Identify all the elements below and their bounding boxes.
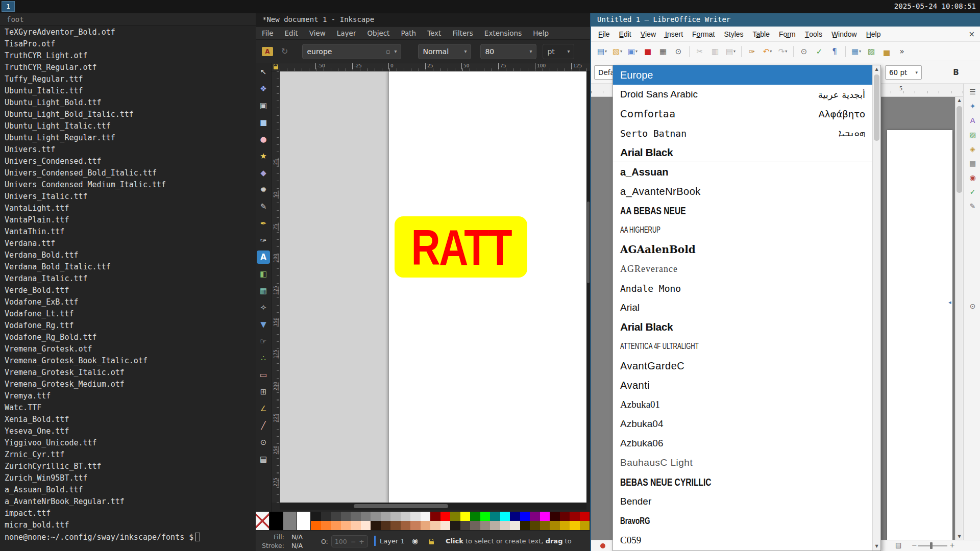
palette-swatch[interactable] — [460, 512, 471, 521]
menu-item[interactable]: E̲dit — [619, 30, 631, 38]
undo-button[interactable]: ↶ ▾ — [761, 45, 774, 58]
stroke-value[interactable]: N/A — [291, 541, 303, 550]
zoom-in-icon[interactable]: + — [949, 541, 955, 549]
mesh-gradient-tool[interactable]: ▦ — [257, 284, 270, 297]
workspace-button[interactable]: 1 — [2, 1, 15, 12]
document-modified-icon[interactable] — [600, 543, 605, 548]
plus-icon[interactable]: + — [359, 538, 364, 545]
canvas-vertical-scrollbar[interactable] — [586, 71, 590, 503]
menu-item[interactable]: Layer — [337, 29, 356, 37]
font-family-select[interactable]: europe ▫ ▾ — [302, 44, 401, 59]
scroll-up-icon[interactable]: ▲ — [873, 65, 880, 73]
palette-swatch[interactable] — [520, 512, 530, 521]
font-list-item[interactable]: Arial Black — [613, 317, 872, 337]
print-button[interactable]: ▦ — [656, 45, 670, 58]
calligraphy-tool[interactable]: ✑ — [257, 234, 270, 247]
palette-swatch[interactable] — [390, 521, 401, 530]
menu-item[interactable]: H̲elp — [866, 30, 881, 38]
font-list-item[interactable]: AGAalenBold — [613, 240, 872, 259]
yellow-rounded-rect[interactable]: RATT — [395, 216, 527, 278]
palette-swatch[interactable] — [421, 512, 431, 521]
font-list-item[interactable]: ATTENTICA 4F ULTRALIGHT — [613, 337, 872, 356]
open-button[interactable]: ▧ ▾ — [610, 45, 624, 58]
font-list-item[interactable]: Arial — [613, 298, 872, 317]
palette-swatch[interactable] — [270, 512, 283, 530]
font-list-item[interactable]: BauhausC Light — [613, 453, 872, 472]
font-list-item[interactable]: AGReverance — [613, 259, 872, 279]
lock-guides-icon[interactable] — [274, 66, 278, 69]
palette-swatch[interactable] — [297, 512, 311, 530]
toolbar-separator[interactable] — [689, 46, 690, 57]
close-icon[interactable]: × — [968, 30, 975, 39]
sidebar-styles-icon[interactable]: A — [964, 116, 980, 124]
scrollbar-thumb[interactable] — [874, 74, 879, 141]
print-preview-button[interactable]: ⊙ — [672, 45, 685, 58]
gradient-tool[interactable]: ◧ — [257, 267, 270, 281]
font-list-item[interactable]: Arial Black — [613, 143, 872, 162]
palette-swatch[interactable] — [540, 521, 550, 530]
palette-swatch[interactable] — [410, 512, 421, 521]
menu-item[interactable]: View — [309, 29, 326, 37]
palette-swatch[interactable] — [500, 512, 510, 521]
font-list-item[interactable]: Droid Sans Arabic أبجدية عربية — [613, 85, 872, 104]
sidebar-style-inspector-icon[interactable]: ◉ — [964, 173, 980, 182]
palette-swatch[interactable] — [580, 521, 590, 530]
font-list-item[interactable]: AA HIGHERUP — [613, 220, 872, 240]
scroll-down-icon[interactable]: ▼ — [873, 542, 880, 550]
font-list-item[interactable]: a_Assuan — [613, 162, 872, 182]
palette-swatch[interactable] — [540, 512, 550, 521]
ruler-tool[interactable]: ╱ — [257, 419, 270, 432]
formatting-marks-button[interactable]: ¶ — [828, 45, 842, 58]
spiral-tool[interactable]: ✹ — [257, 183, 270, 196]
rectangle-tool[interactable]: ■ — [257, 116, 270, 129]
minus-icon[interactable]: − — [351, 538, 356, 545]
selector-tool[interactable]: ↖ — [257, 65, 270, 79]
inkscape-canvas[interactable]: RATT — [280, 71, 586, 503]
font-list-item[interactable]: a_AvanteNrBook — [613, 182, 872, 201]
palette-swatch[interactable] — [470, 521, 480, 530]
palette-swatch[interactable] — [490, 521, 500, 530]
palette-swatch[interactable] — [351, 521, 361, 530]
palette-swatch[interactable] — [580, 512, 590, 521]
menu-item[interactable]: Help — [533, 29, 549, 37]
palette-swatch[interactable] — [460, 521, 471, 530]
palette-swatch[interactable] — [500, 521, 510, 530]
menu-item[interactable]: File — [262, 29, 274, 37]
palette-swatch[interactable] — [480, 512, 491, 521]
menu-item[interactable]: T̲ools — [805, 30, 822, 38]
palette-swatch[interactable] — [560, 521, 570, 530]
pencil-tool[interactable]: ✎ — [257, 200, 270, 213]
layer-name[interactable]: Layer 1 — [380, 537, 405, 545]
palette-swatch[interactable] — [430, 512, 440, 521]
menu-item[interactable]: Text — [427, 29, 441, 37]
menu-item[interactable]: Edit — [285, 29, 298, 37]
palette-swatch[interactable] — [440, 512, 451, 521]
sidebar-collapse-arrow[interactable]: ◂ — [948, 299, 951, 306]
palette-swatch[interactable] — [331, 521, 341, 530]
menu-item[interactable]: Extensions — [484, 29, 522, 37]
palette-swatch[interactable] — [510, 512, 520, 521]
find-replace-button[interactable]: ⊙ — [797, 45, 811, 58]
ruler-corner[interactable] — [272, 63, 280, 71]
pen-tool[interactable]: ✒ — [257, 217, 270, 230]
unit-select[interactable]: pt ▾ — [543, 44, 574, 59]
connector-tool[interactable]: ⊞ — [257, 385, 270, 398]
font-list-item[interactable]: AA BEBAS NEUE — [613, 201, 872, 220]
palette-swatch[interactable] — [381, 512, 391, 521]
font-size-select[interactable]: 60 pt ▾ — [885, 65, 922, 80]
spelling-button[interactable]: ✓ — [813, 45, 826, 58]
menu-item[interactable]: Sty̲les — [724, 30, 743, 38]
menu-item[interactable]: Filters — [452, 29, 473, 37]
palette-swatch[interactable] — [550, 512, 560, 521]
ellipse-tool[interactable]: ● — [257, 133, 270, 146]
shape-builder-tool[interactable]: ▣ — [257, 99, 270, 112]
palette-swatch[interactable] — [321, 512, 331, 521]
sidebar-page-icon[interactable]: ▤ — [964, 159, 980, 167]
font-list-item[interactable]: Andale Mono — [613, 279, 872, 298]
menu-item[interactable]: Object — [367, 29, 389, 37]
canvas-horizontal-scrollbar[interactable] — [280, 503, 586, 510]
dropper-tool[interactable]: ✧ — [257, 301, 270, 314]
paste-button[interactable]: ▤ ▾ — [724, 45, 738, 58]
palette-swatch[interactable] — [570, 521, 580, 530]
scrollbar-thumb[interactable] — [587, 202, 590, 283]
